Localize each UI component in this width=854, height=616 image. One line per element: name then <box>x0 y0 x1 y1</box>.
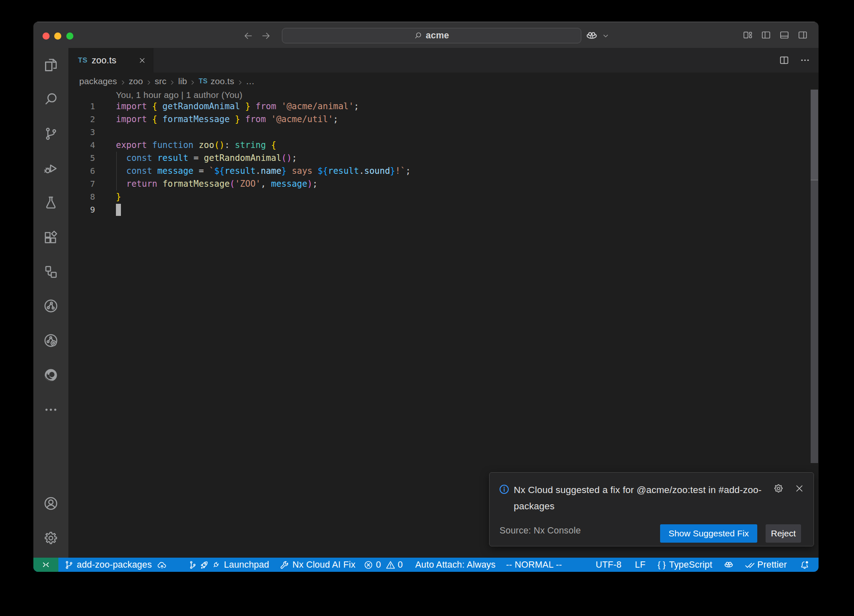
command-center-search[interactable]: acme <box>282 28 581 43</box>
code-line-7: return formatMessage('ZOO', message); <box>116 178 318 190</box>
editor-cursor <box>116 204 121 216</box>
breadcrumb-item[interactable]: packages <box>79 76 117 86</box>
breadcrumb-symbol-tail[interactable]: … <box>246 76 255 86</box>
activity-bar-item-accounts[interactable] <box>43 496 58 511</box>
title-bar: acme <box>33 22 819 48</box>
status-item-label: TypeScript <box>669 560 713 570</box>
activity-bar-item-manage-settings[interactable] <box>43 531 58 546</box>
remote-icon <box>41 560 50 569</box>
status-item-vim-mode[interactable]: -- NORMAL -- <box>506 558 562 572</box>
status-item-label: Prettier <box>757 560 787 570</box>
notification-close-icon[interactable] <box>794 483 804 493</box>
breadcrumb-item[interactable]: lib <box>178 76 187 86</box>
code-line-1: import { getRandomAnimal } from '@acme/a… <box>116 100 359 113</box>
window-zoom-button[interactable] <box>66 33 73 40</box>
line-number: 4 <box>68 139 95 152</box>
activity-bar-item-edge-tools[interactable] <box>43 368 58 383</box>
status-item-label: 0 <box>376 560 381 570</box>
activity-bar-item-nx-cloud[interactable] <box>43 333 58 348</box>
code-line-8: } <box>116 190 121 203</box>
activity-bar-item-run-and-debug[interactable] <box>43 161 58 176</box>
status-item-label: -- NORMAL -- <box>506 560 562 570</box>
tab-label: zoo.ts <box>92 55 116 66</box>
status-item-copilot[interactable] <box>724 558 733 572</box>
tab-bar: TS zoo.ts <box>68 48 819 73</box>
breadcrumb-separator-icon <box>169 78 176 85</box>
notification-message: Nx Cloud suggested a fix for @acme/zoo:t… <box>514 482 769 514</box>
line-number: 2 <box>68 113 95 126</box>
status-item-prettier[interactable]: Prettier <box>745 558 787 572</box>
status-item-scm-graph[interactable] <box>188 558 197 572</box>
error-icon <box>364 560 373 570</box>
window-close-button[interactable] <box>43 33 50 40</box>
check-double-icon <box>745 560 754 570</box>
status-item-nx-cloud-ai-fix[interactable]: Nx Cloud AI Fix <box>279 558 355 572</box>
window-minimize-button[interactable] <box>54 33 61 40</box>
reject-button[interactable]: Reject <box>766 524 801 543</box>
toggle-sidebar-right-icon[interactable] <box>798 30 808 40</box>
status-item-label: add-zoo-packages <box>77 560 152 570</box>
show-suggested-fix-button[interactable]: Show Suggested Fix <box>660 524 757 543</box>
typescript-file-icon: TS <box>78 56 88 65</box>
braces-icon: { } <box>658 560 666 570</box>
tab-close-icon[interactable] <box>137 55 148 66</box>
copilot-icon[interactable] <box>586 30 598 42</box>
search-icon <box>414 32 422 40</box>
navigate-back-icon[interactable] <box>243 31 253 41</box>
breadcrumb-item-file[interactable]: zoo.ts <box>211 76 234 86</box>
breadcrumb-separator-icon <box>237 78 244 85</box>
codelens-blame[interactable]: You, 1 hour ago | 1 author (You) <box>116 90 242 100</box>
activity-bar-item-nx-console[interactable] <box>43 298 58 313</box>
breadcrumb-item[interactable]: src <box>155 76 166 86</box>
info-icon <box>499 484 510 495</box>
status-item-notifications[interactable] <box>800 558 809 572</box>
navigate-forward-icon[interactable] <box>261 31 271 41</box>
typescript-file-icon: TS <box>198 78 207 85</box>
line-number: 5 <box>68 152 95 165</box>
status-item-branch[interactable]: add-zoo-packages <box>64 558 167 572</box>
activity-bar-item-more-views[interactable] <box>43 402 58 417</box>
activity-bar-item-explorer[interactable] <box>43 58 58 73</box>
status-item-label: LF <box>635 560 646 570</box>
toggle-sidebar-left-icon[interactable] <box>761 30 771 40</box>
code-line-6: const message = `${result.name} says ${r… <box>116 165 411 178</box>
split-editor-icon[interactable] <box>779 55 789 65</box>
activity-bar-item-remote-explorer[interactable] <box>43 264 58 279</box>
remote-indicator[interactable] <box>33 558 58 572</box>
vscode-window: acme TS zoo.ts packageszoosrclibTSzoo.ts… <box>33 22 819 572</box>
line-number: 6 <box>68 165 95 178</box>
notification-settings-gear-icon[interactable] <box>774 483 784 493</box>
activity-bar-item-extensions[interactable] <box>43 230 58 245</box>
line-number: 7 <box>68 178 95 190</box>
tab-zoo-ts[interactable]: TS zoo.ts <box>68 48 153 73</box>
activity-bar-item-testing[interactable] <box>43 195 58 210</box>
toggle-panel-icon[interactable] <box>779 30 789 40</box>
breadcrumb: packageszoosrclibTSzoo.ts… <box>68 73 819 90</box>
copilot-chevron-down-icon[interactable] <box>602 33 609 40</box>
activity-bar-item-source-control[interactable] <box>43 126 58 141</box>
breadcrumb-item[interactable]: zoo <box>129 76 143 86</box>
status-item-problems[interactable]: 00 <box>364 558 402 572</box>
status-item-language[interactable]: { }TypeScript <box>658 558 712 572</box>
plug-icon <box>211 560 221 570</box>
status-item-label: Auto Attach: Always <box>415 560 496 570</box>
line-number: 1 <box>68 100 95 113</box>
editor-more-actions-icon[interactable] <box>800 55 810 65</box>
status-item-label: 0 <box>398 560 403 570</box>
cloud-upload-icon <box>157 560 167 570</box>
status-item-launchpad[interactable]: Launchpad <box>199 558 269 572</box>
status-item-auto-attach[interactable]: Auto Attach: Always <box>415 558 496 572</box>
customize-layout-icon[interactable] <box>743 30 753 40</box>
status-item-eol[interactable]: LF <box>635 558 646 572</box>
notification-toast: Nx Cloud suggested a fix for @acme/zoo:t… <box>489 472 814 546</box>
status-item-label: Launchpad <box>224 560 269 570</box>
activity-bar <box>33 48 68 558</box>
line-number: 3 <box>68 126 95 139</box>
indent-guide <box>116 152 117 190</box>
git-branch-icon <box>64 560 74 570</box>
activity-bar-item-search[interactable] <box>43 92 58 107</box>
status-item-encoding[interactable]: UTF-8 <box>596 558 622 572</box>
editor-scrollbar[interactable] <box>811 90 818 463</box>
status-bar: add-zoo-packagesLaunchpadNx Cloud AI Fix… <box>33 558 819 572</box>
command-center-value: acme <box>426 30 449 41</box>
